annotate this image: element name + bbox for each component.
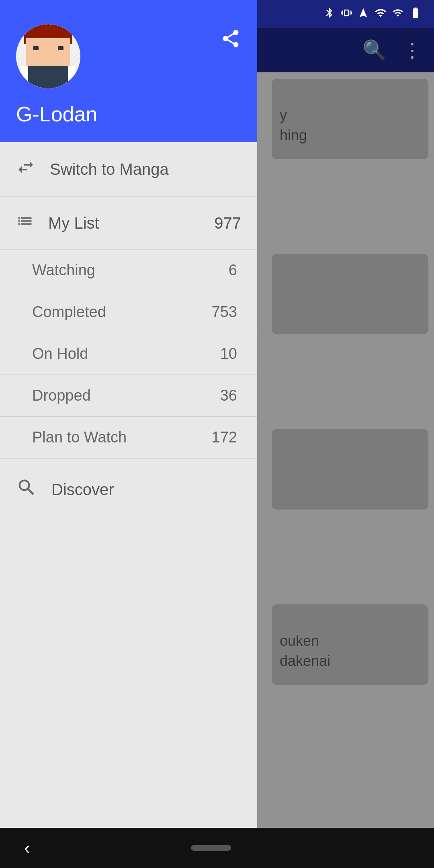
home-indicator[interactable] [191, 845, 231, 851]
watching-label: Watching [32, 262, 229, 279]
switch-to-manga-item[interactable]: Switch to Manga [0, 142, 257, 197]
on-hold-item[interactable]: On Hold 10 [0, 333, 257, 375]
completed-label: Completed [32, 303, 212, 321]
my-list-count: 977 [214, 214, 241, 232]
watching-item[interactable]: Watching 6 [0, 249, 257, 291]
battery-icon [409, 6, 422, 22]
divider-2 [0, 458, 257, 459]
dropped-count: 36 [220, 387, 237, 404]
switch-to-manga-label: Switch to Manga [50, 160, 169, 178]
back-button[interactable]: ‹ [24, 838, 30, 858]
status-bar-icons [324, 6, 422, 22]
discover-item[interactable]: Discover [0, 462, 257, 518]
on-hold-count: 10 [220, 345, 237, 362]
plan-to-watch-item[interactable]: Plan to Watch 172 [0, 416, 257, 458]
drawer-body: Switch to Manga My List 977 Watching 6 C… [0, 142, 257, 868]
dropped-label: Dropped [32, 387, 220, 404]
signal-icon [392, 7, 403, 21]
share-button[interactable] [220, 28, 241, 54]
switch-icon [16, 158, 35, 181]
watching-count: 6 [229, 262, 237, 279]
on-hold-label: On Hold [32, 345, 220, 362]
location-arrow-icon [358, 7, 369, 21]
list-icon [16, 212, 34, 234]
completed-count: 753 [212, 303, 237, 321]
drawer-username: G-Lodan [16, 102, 241, 126]
plan-to-watch-label: Plan to Watch [32, 429, 212, 446]
bottom-nav: ‹ [0, 828, 434, 868]
bluetooth-icon [324, 7, 335, 21]
discover-label: Discover [51, 481, 114, 499]
dropped-item[interactable]: Dropped 36 [0, 375, 257, 416]
avatar [16, 24, 80, 88]
navigation-drawer: G-Lodan Switch to Manga My List 977 [0, 0, 257, 868]
drawer-header: G-Lodan [0, 0, 257, 142]
wifi-icon [375, 7, 387, 22]
vibrate-icon [341, 7, 352, 21]
discover-search-icon [16, 477, 37, 502]
plan-to-watch-count: 172 [212, 429, 237, 446]
completed-item[interactable]: Completed 753 [0, 291, 257, 333]
my-list-label: My List [48, 214, 200, 232]
my-list-item[interactable]: My List 977 [0, 197, 257, 249]
